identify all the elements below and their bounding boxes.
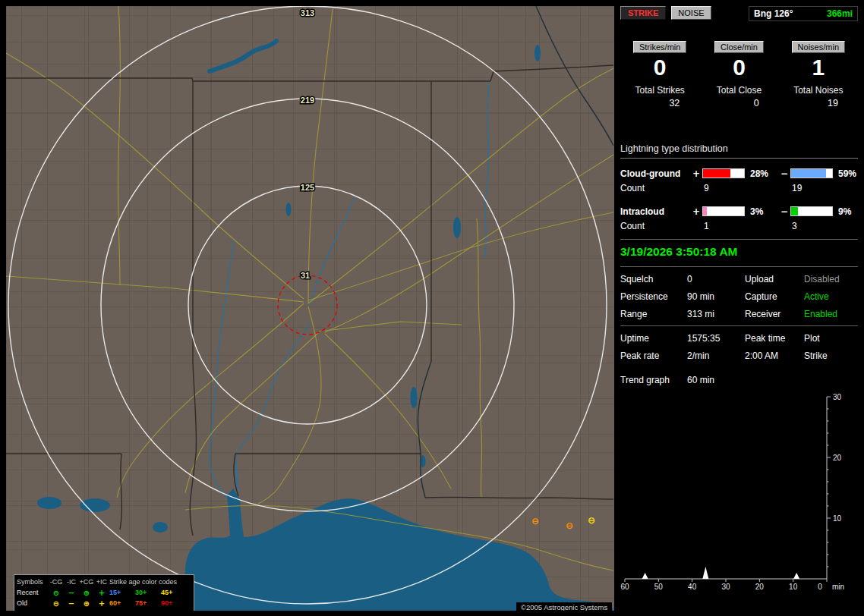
- neg-ic-icon: −: [64, 589, 79, 597]
- divider: [620, 325, 858, 326]
- distribution-title: Lightning type distribution: [620, 143, 858, 159]
- intracloud-label: Intracloud: [620, 206, 690, 217]
- total-noises-label: Total Noises: [779, 85, 858, 96]
- intracloud-row: Intracloud + 3% − 9%: [620, 204, 858, 218]
- cg-count-label: Count: [620, 183, 690, 193]
- trend-graph: 3020106050403020100min: [620, 390, 858, 596]
- ic-minus-bar: [790, 206, 833, 216]
- svg-text:20: 20: [755, 583, 765, 591]
- ic-plus-bar-fill: [703, 207, 707, 215]
- svg-text:0: 0: [818, 583, 822, 591]
- squelch-label: Squelch: [620, 274, 687, 284]
- legend-col-pic: +IC: [94, 578, 109, 586]
- close-per-min-value: 0: [699, 55, 778, 80]
- divider: [620, 266, 858, 267]
- pos-cg-icon: ⊕: [79, 589, 94, 597]
- bearing-readout: Bng 126° 366mi: [749, 6, 858, 21]
- ic-minus-bar-fill: [791, 207, 798, 215]
- datetime-display: 3/19/2026 3:50:18 AM: [620, 244, 858, 260]
- status-panel: STRIKE NOISE Bng 126° 366mi Strikes/min …: [620, 6, 858, 611]
- legend-col-pcg: +CG: [79, 578, 94, 586]
- cg-plus-count: 9: [702, 183, 745, 193]
- neg-ic-old-icon: −: [64, 599, 79, 608]
- range-ring-label-second: 125: [301, 183, 314, 192]
- cg-minus-bar-fill: [791, 169, 826, 178]
- strikes-per-min-value: 0: [620, 55, 699, 80]
- range-ring-label-third: 219: [301, 96, 314, 105]
- svg-text:60: 60: [620, 583, 629, 591]
- legend-col-nic: -IC: [64, 578, 79, 586]
- divider: [620, 239, 858, 240]
- upload-label: Upload: [745, 274, 804, 284]
- total-noises-value: 19: [779, 98, 858, 108]
- upload-status: Disabled: [804, 274, 858, 284]
- trend-graph-window: 60 min: [687, 375, 858, 385]
- noise-button[interactable]: NOISE: [671, 6, 711, 20]
- ic-count-label: Count: [620, 221, 690, 231]
- pos-ic-icon: +: [94, 589, 109, 597]
- lightning-map[interactable]: 313 219 125 31 ⊖⊖⊖ Symbols -CG -IC +CG +…: [6, 6, 614, 611]
- ic-minus-pct: 9%: [833, 206, 858, 217]
- age-75: 75+: [135, 599, 161, 607]
- persistence-value: 90 min: [687, 291, 745, 302]
- trend-graph-header: Trend graph 60 min: [620, 375, 858, 385]
- strike-button[interactable]: STRIKE: [620, 6, 666, 20]
- age-15: 15+: [109, 589, 135, 596]
- cg-plus-bar-fill: [703, 169, 730, 178]
- legend-recent-label: Recent: [17, 589, 49, 596]
- cloud-ground-count-row: Count 9 19: [620, 181, 858, 195]
- rate-counters: Strikes/min 0 Total Strikes 32 Close/min…: [620, 41, 858, 108]
- svg-text:10: 10: [833, 514, 842, 523]
- peak-time-value: 2:00 AM: [745, 350, 804, 361]
- svg-text:20: 20: [833, 454, 842, 462]
- receiver-label: Receiver: [745, 309, 804, 319]
- runtime-table: Uptime 1575:35 Peak time Plot Peak rate …: [620, 333, 858, 361]
- plus-sign: +: [690, 168, 702, 179]
- receiver-status: Enabled: [804, 309, 858, 319]
- age-60: 60+: [109, 599, 135, 607]
- legend-col-ncg: -CG: [49, 578, 64, 586]
- capture-status: Active: [804, 291, 858, 302]
- minus-sign: −: [778, 206, 790, 217]
- cg-minus-pct: 59%: [833, 168, 858, 179]
- pos-cg-old-icon: ⊕: [79, 599, 94, 608]
- svg-text:50: 50: [654, 583, 664, 591]
- bearing-value: Bng 126°: [754, 8, 793, 19]
- svg-text:40: 40: [688, 583, 697, 591]
- age-45: 45+: [161, 589, 185, 596]
- close-per-min-button[interactable]: Close/min: [714, 41, 764, 53]
- strikes-stat: Strikes/min 0 Total Strikes 32: [620, 41, 699, 108]
- pos-ic-old-icon: +: [94, 599, 109, 608]
- peak-rate-value: 2/min: [687, 350, 745, 361]
- cloud-ground-row: Cloud-ground + 28% − 59%: [620, 166, 858, 181]
- noises-per-min-button[interactable]: Noises/min: [792, 41, 845, 53]
- range-ring-label-outer: 313: [301, 8, 314, 17]
- total-close-label: Total Close: [699, 85, 778, 96]
- plus-sign: +: [690, 206, 702, 217]
- ic-minus-count: 3: [790, 221, 833, 231]
- uptime-value: 1575:35: [687, 333, 745, 344]
- capture-label: Capture: [745, 291, 804, 302]
- plot-label: Plot: [804, 333, 858, 344]
- close-stat: Close/min 0 Total Close 0: [699, 41, 778, 108]
- minus-sign: −: [778, 168, 790, 179]
- neg-cg-icon: ⊖: [49, 589, 64, 597]
- map-legend: Symbols -CG -IC +CG +IC Strike age color…: [14, 574, 194, 611]
- cloud-ground-label: Cloud-ground: [620, 168, 690, 179]
- range-label: Range: [620, 309, 687, 319]
- squelch-value: 0: [687, 274, 745, 284]
- cg-plus-pct: 28%: [745, 168, 778, 179]
- map-canvas[interactable]: 313 219 125 31: [6, 6, 614, 611]
- age-30: 30+: [135, 589, 161, 596]
- noises-per-min-value: 1: [779, 55, 858, 80]
- ic-plus-count: 1: [702, 221, 745, 231]
- legend-old-label: Old: [17, 599, 49, 607]
- peak-rate-label: Peak rate: [620, 350, 687, 361]
- legend-symbols-title: Symbols: [17, 578, 49, 586]
- copyright-text: ©2005 Astrogenic Systems: [516, 602, 612, 611]
- peak-time-label: Peak time: [745, 333, 804, 344]
- ic-plus-bar: [702, 206, 745, 216]
- strikes-per-min-button[interactable]: Strikes/min: [633, 41, 686, 53]
- cg-minus-count: 19: [790, 183, 833, 193]
- plot-value: Strike: [804, 350, 858, 361]
